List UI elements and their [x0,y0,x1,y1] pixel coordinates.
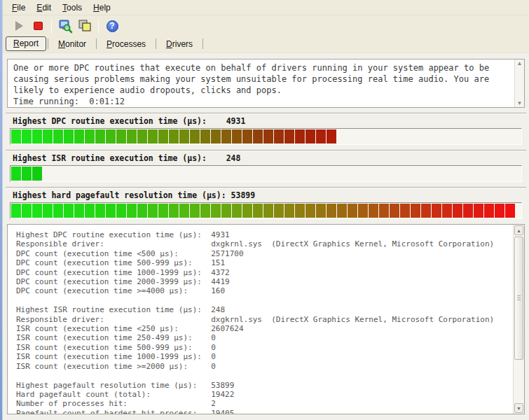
meter-segment [348,204,357,218]
meter-segment [421,204,431,218]
meter-empty [43,167,521,181]
meter-segment [53,130,63,144]
scroll-up-button[interactable]: ▲ [514,225,523,235]
meter-segment [284,204,294,218]
stop-monitor-button[interactable] [28,18,48,34]
isr-meter-bar [10,165,522,182]
meter-segment [148,130,158,144]
scrollbar-thumb[interactable] [514,237,523,360]
meter-segment [337,204,347,218]
scroll-down-icon[interactable]: ▼ [515,100,524,106]
meter-segment [22,167,32,181]
meter-segment [169,204,179,218]
windows-button[interactable] [75,18,95,34]
summary-time-running: Time running: 0:01:12 [13,96,510,107]
computer-magnifier-icon [57,18,73,34]
meter-segment [263,204,273,218]
report-scrollbar[interactable]: ▲ ▼ [513,225,524,414]
meter-segment [127,204,137,218]
meter-segment [85,204,95,218]
app-window: FileEditToolsHelp [0,0,529,420]
system-analysis-button[interactable] [55,18,75,34]
scrollbar-grip [517,295,521,301]
toolbar: ? [3,15,529,36]
overlapping-windows-icon [77,18,92,34]
meter-segment [11,130,21,144]
meter-empty [516,204,521,218]
meter-segment [200,204,210,218]
meter-segment [43,130,53,144]
meter-segment [158,130,168,144]
meter-segment [11,167,21,181]
tab-monitor[interactable]: Monitor [50,38,95,51]
meter-segment [106,204,116,218]
meter-segment [453,204,462,218]
meter-segment [484,204,494,218]
meter-segment [43,204,53,218]
meter-segment [305,204,315,218]
window-content: FileEditToolsHelp [3,0,529,420]
tab-bar: ReportMonitorProcessesDrivers [3,36,529,53]
meter-segment [284,130,294,144]
menu-item-edit[interactable]: Edit [31,1,57,15]
report-pane: One or more DPC routines that execute on… [3,53,529,420]
meter-segment [358,204,368,218]
meter-segment [390,204,399,218]
scroll-up-icon[interactable]: ▲ [515,60,524,66]
meter-segment [53,204,63,218]
meter-segment [116,130,126,144]
start-monitor-button[interactable] [8,18,28,34]
meter-segment [221,130,231,144]
meter-segment [263,130,273,144]
meter-segment [32,130,42,144]
meter-segment [74,130,84,144]
tab-drivers[interactable]: Drivers [158,38,201,51]
meter-segment [253,204,263,218]
report-details-text: Highest DPC routine execution time (µs):… [8,225,513,414]
latency-meters: Highest DPC routine execution time (µs):… [3,113,529,224]
meter-segment [106,130,116,144]
meter-segment [32,167,42,181]
report-summary-text: One or more DPC routines that execute on… [8,59,514,107]
meter-segment [411,204,420,218]
meter-segment [211,130,221,144]
dpc-meter-bar [10,128,522,145]
tab-separator [96,38,97,49]
meter-segment [327,204,336,218]
summary-scrollbar[interactable]: ▲ ▼ [514,59,524,107]
meter-segment [442,204,452,218]
meter-segment [85,130,95,144]
meter-segment [463,204,473,218]
meter-segment [242,204,252,218]
pagefault-meter-bar [10,202,522,219]
meter-segment [95,204,105,218]
meter-segment [316,130,326,144]
meter-segment [179,204,189,218]
meter-segment [274,130,284,144]
menu-item-help[interactable]: Help [88,1,116,15]
menu-item-file[interactable]: File [6,1,31,15]
report-details-box: Highest DPC routine execution time (µs):… [7,224,525,414]
meter-segment [127,130,137,144]
toolbar-separator [98,19,99,33]
pagefault-meter-label: Highest hard pagefault resolution time (… [13,190,529,201]
meter-segment [432,204,441,218]
play-icon [15,21,23,31]
meter-segment [116,204,126,218]
meter-segment [64,204,74,218]
meter-segment [505,204,515,218]
meter-segment [148,204,158,218]
report-summary-box: One or more DPC routines that execute on… [7,59,525,108]
tab-processes[interactable]: Processes [98,38,154,51]
tab-report[interactable]: Report [6,36,46,51]
menu-item-tools[interactable]: Tools [57,1,88,15]
meter-segment [137,130,147,144]
tab-separator [48,38,48,49]
tab-separator [156,38,156,49]
help-button[interactable]: ? [102,18,122,34]
meter-segment [495,204,504,218]
meter-segment [179,130,189,144]
scroll-down-button[interactable]: ▼ [514,403,523,413]
meter-segment [474,204,483,218]
isr-meter-label: Highest ISR routine execution time (µs):… [13,153,529,164]
